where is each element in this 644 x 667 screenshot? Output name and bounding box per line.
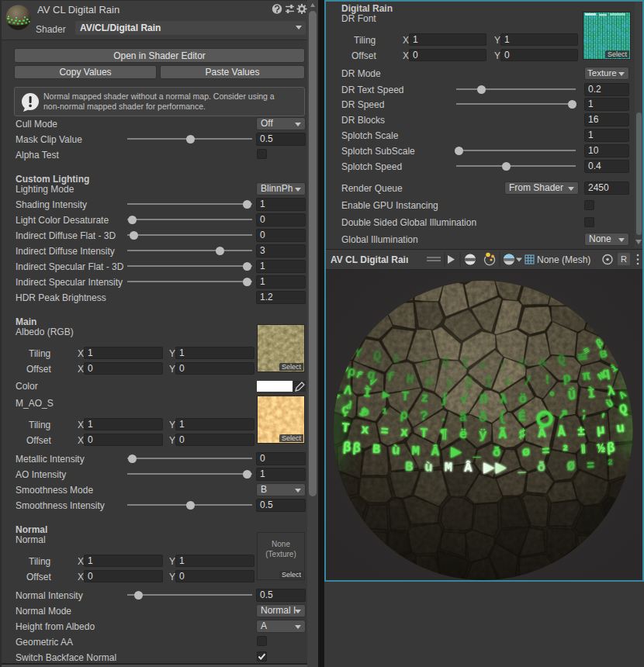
svg-text:R: R: [621, 254, 627, 264]
svg-text:None (Mesh): None (Mesh): [537, 254, 590, 265]
